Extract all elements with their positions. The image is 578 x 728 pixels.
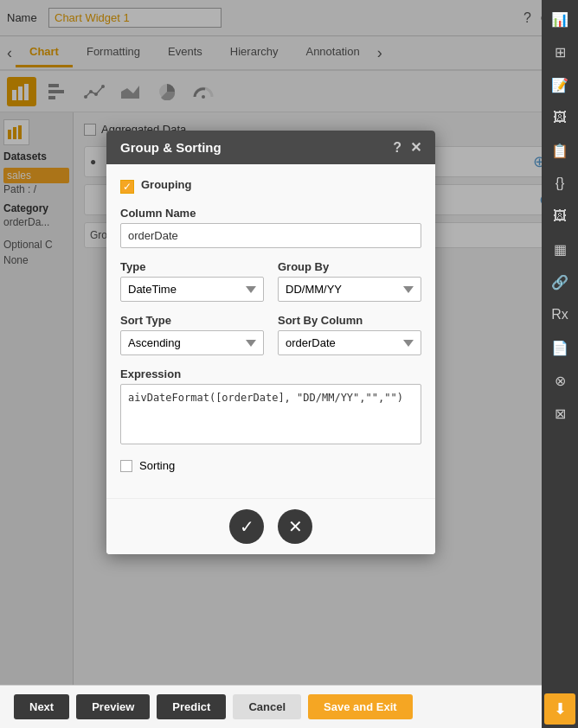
expression-textarea[interactable]: aivDateFormat([orderDate], "DD/MM/YY",""… <box>120 384 421 444</box>
cancel-button[interactable]: Cancel <box>233 694 301 719</box>
sorttype-label: Sort Type <box>120 314 264 327</box>
modal-title: Group & Sorting <box>120 140 222 155</box>
sorttype-col: Sort Type Ascending Descending <box>120 314 264 355</box>
group-sorting-modal: Group & Sorting ? ✕ ✓ Grouping Column Na… <box>106 131 435 554</box>
modal-confirm-button[interactable]: ✓ <box>229 509 264 544</box>
expression-label: Expression <box>120 367 421 380</box>
groupby-label: Group By <box>278 260 421 273</box>
right-sidebar: 📊 ⊞ 📝 🖼 📋 {} 🖼 ▦ 🔗 Rx 📄 ⊗ ⊠ ⬇ <box>542 0 578 728</box>
table-sidebar-icon[interactable]: ⊞ <box>544 36 575 67</box>
groupby-select[interactable]: DD/MM/YY MM/YYYY YYYY DD/MM/YYYY <box>278 277 421 302</box>
preview-button[interactable]: Preview <box>76 694 150 719</box>
type-select[interactable]: DateTime String Number Date <box>120 277 264 302</box>
modal-cancel-button[interactable]: ✕ <box>278 509 312 544</box>
type-groupby-row: Type DateTime String Number Date Group B… <box>120 260 421 302</box>
layers-sidebar-icon[interactable]: ⊗ <box>544 365 575 396</box>
footer-bar: Next Preview Predict Cancel Save and Exi… <box>0 685 542 728</box>
doc-sidebar-icon[interactable]: 📄 <box>544 332 575 363</box>
next-button[interactable]: Next <box>14 694 69 719</box>
chart-sidebar-icon[interactable]: 📊 <box>544 3 575 35</box>
column-name-label: Column Name <box>120 207 421 220</box>
grouping-row: ✓ Grouping <box>120 178 421 195</box>
sidebar-bottom: ⬇ <box>542 693 578 728</box>
link-sidebar-icon[interactable]: 🔗 <box>544 266 575 297</box>
predict-button[interactable]: Predict <box>157 694 226 719</box>
type-label: Type <box>120 260 264 273</box>
modal-help-icon[interactable]: ? <box>393 140 401 156</box>
modal-close-icon[interactable]: ✕ <box>410 139 421 156</box>
sorttype-select[interactable]: Ascending Descending <box>120 330 264 355</box>
sortbycolumn-select[interactable]: orderDate <box>278 330 421 355</box>
column-name-input[interactable] <box>120 223 421 248</box>
nodes-sidebar-icon[interactable]: ⊠ <box>544 398 575 429</box>
sorting-checkbox[interactable] <box>120 460 132 472</box>
text-sidebar-icon[interactable]: 📝 <box>544 69 575 100</box>
grouping-checkbox[interactable]: ✓ <box>120 180 134 194</box>
sorting-label: Sorting <box>139 459 175 472</box>
filter-sidebar-icon[interactable]: {} <box>544 168 575 199</box>
type-col: Type DateTime String Number Date <box>120 260 264 302</box>
picture-sidebar-icon[interactable]: 🖼 <box>544 201 575 232</box>
sorting-row: Sorting <box>120 459 421 472</box>
grouping-checkbox-label: Grouping <box>141 178 192 191</box>
groupby-col: Group By DD/MM/YY MM/YYYY YYYY DD/MM/YYY… <box>278 260 421 302</box>
sortbycolumn-label: Sort By Column <box>278 314 421 327</box>
sortbycolumn-col: Sort By Column orderDate <box>278 314 421 355</box>
rx-sidebar-icon[interactable]: Rx <box>544 299 575 330</box>
sorttype-sortby-row: Sort Type Ascending Descending Sort By C… <box>120 314 421 355</box>
data-sidebar-icon[interactable]: 📋 <box>544 135 575 166</box>
grid-sidebar-icon[interactable]: ▦ <box>544 233 575 265</box>
download-sidebar-icon[interactable]: ⬇ <box>544 693 575 725</box>
modal-footer: ✓ ✕ <box>106 498 435 554</box>
image-sidebar-icon[interactable]: 🖼 <box>544 102 575 133</box>
modal-body: ✓ Grouping Column Name Type DateTime Str… <box>106 164 435 498</box>
modal-overlay: Group & Sorting ? ✕ ✓ Grouping Column Na… <box>0 0 542 685</box>
modal-header-icons: ? ✕ <box>393 139 421 156</box>
modal-header: Group & Sorting ? ✕ <box>106 131 435 164</box>
save-exit-button[interactable]: Save and Exit <box>308 694 413 719</box>
